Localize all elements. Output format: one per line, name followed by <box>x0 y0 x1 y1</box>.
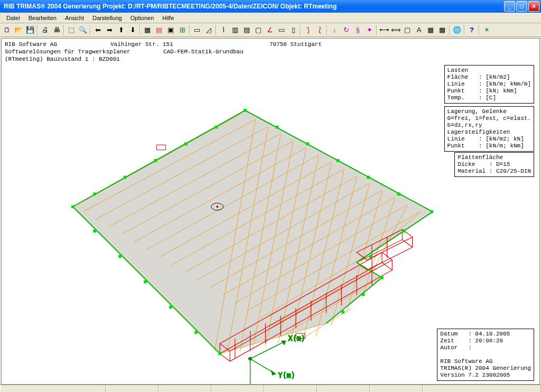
arrow-up-icon[interactable]: ⬆ <box>115 24 127 36</box>
view3d-icon[interactable]: ▦ <box>142 24 153 36</box>
close-button[interactable]: × <box>528 1 539 12</box>
arrow-left-icon[interactable]: ⬅ <box>92 24 104 36</box>
box-icon[interactable]: ▢ <box>253 24 264 36</box>
window-titlebar: RIB TRIMAS® 2004 Generierung Projekt: D:… <box>0 0 541 13</box>
print-icon[interactable]: 🖨 <box>39 24 51 36</box>
svg-rect-59 <box>337 159 340 162</box>
svg-rect-71 <box>144 280 147 283</box>
svg-rect-78 <box>369 255 372 258</box>
print-preview-icon[interactable]: 🖶 <box>51 24 62 36</box>
drawing-viewport[interactable]: RIB Software AG Vaihinger Str. 151 70756… <box>1 38 540 385</box>
axis-x-label: X(m) <box>288 334 305 342</box>
menu-datei[interactable]: Datei <box>2 14 24 22</box>
svg-rect-61 <box>397 192 400 195</box>
svg-rect-75 <box>341 311 344 314</box>
mesh-icon[interactable]: ⊞ <box>176 24 188 36</box>
box2-icon[interactable]: ▢ <box>402 24 413 36</box>
svg-rect-80 <box>156 145 165 150</box>
grid2-icon[interactable]: ▦ <box>425 24 436 36</box>
svg-rect-67 <box>93 192 96 195</box>
status-bar <box>0 385 541 392</box>
window-buttons: _ □ × <box>504 1 539 12</box>
svg-rect-56 <box>244 109 247 112</box>
status-cell <box>370 385 423 392</box>
menu-bearbeiten[interactable]: Bearbeiten <box>24 14 61 22</box>
zoom-icon[interactable]: 🔍 <box>77 24 89 36</box>
menu-hilfe[interactable]: Hilfe <box>158 14 178 22</box>
status-cell <box>423 385 541 392</box>
status-cell <box>264 385 317 392</box>
svg-rect-79 <box>402 229 405 232</box>
svg-rect-68 <box>71 205 74 208</box>
svg-rect-64 <box>184 142 188 145</box>
grid3-icon[interactable]: ▩ <box>436 24 448 36</box>
svg-marker-87 <box>272 371 276 375</box>
svg-rect-70 <box>118 255 122 258</box>
star-icon[interactable]: ✦ <box>363 24 375 36</box>
svg-rect-73 <box>194 331 198 334</box>
menu-ansicht[interactable]: Ansicht <box>61 14 88 22</box>
axis-y-label: Y(m) <box>278 371 295 379</box>
svg-rect-66 <box>124 176 127 179</box>
svg-rect-77 <box>380 276 384 279</box>
rotate-icon[interactable]: ↻ <box>340 24 352 36</box>
spiral-icon[interactable]: § <box>352 24 363 36</box>
status-cell <box>106 385 158 392</box>
status-cell <box>0 385 106 392</box>
status-cell <box>158 385 211 392</box>
grid-icon[interactable]: ▣ <box>165 24 176 36</box>
angle-icon[interactable]: ∠ <box>264 24 276 36</box>
toolbar: 🗋 📂 💾 🖨 🖶 ⬚ 🔍 ⬅ ➡ ⬆ ⬇ ▦ ▤ ▣ ⊞ ▭ ◿ ⌇ ▥ ▨ … <box>0 23 541 37</box>
col-icon[interactable]: ▯ <box>287 24 299 36</box>
layer2-icon[interactable]: ▥ <box>229 24 241 36</box>
tool-a-icon[interactable]: ▭ <box>191 24 203 36</box>
minimize-button[interactable]: _ <box>504 1 515 12</box>
svg-point-90 <box>249 357 252 360</box>
menu-optionen[interactable]: Optionen <box>126 14 158 22</box>
svg-rect-72 <box>169 305 172 309</box>
window-title: RIB TRIMAS® 2004 Generierung Projekt: D:… <box>2 3 337 10</box>
save-icon[interactable]: 💾 <box>24 24 36 36</box>
hatch-icon[interactable]: ▨ <box>241 24 253 36</box>
svg-rect-60 <box>367 176 370 179</box>
maximize-button[interactable]: □ <box>516 1 527 12</box>
menu-bar: Datei Bearbeiten Ansicht Darstellung Opt… <box>0 13 541 23</box>
text-icon[interactable]: A <box>413 24 425 36</box>
rect-icon[interactable]: ▭ <box>276 24 287 36</box>
red2-icon[interactable]: ⟅ <box>314 24 325 36</box>
dim-icon[interactable]: ⟷ <box>378 24 390 36</box>
svg-rect-58 <box>306 142 309 145</box>
link-icon[interactable]: ⌇ <box>218 24 229 36</box>
tool-b-icon[interactable]: ◿ <box>203 24 214 36</box>
svg-point-83 <box>216 206 218 208</box>
red1-icon[interactable]: ⟆ <box>302 24 314 36</box>
status-cell <box>317 385 370 392</box>
globe-icon[interactable]: 🌐 <box>451 24 463 36</box>
arrow-right-icon[interactable]: ➡ <box>104 24 115 36</box>
svg-marker-0 <box>73 110 433 354</box>
svg-rect-69 <box>93 229 96 232</box>
arrow-down-icon[interactable]: ⬇ <box>127 24 138 36</box>
status-cell <box>211 385 264 392</box>
svg-rect-62 <box>430 210 433 213</box>
new-icon[interactable]: 🗋 <box>1 24 13 36</box>
arrow-down2-icon[interactable]: ↓ <box>329 24 340 36</box>
svg-rect-63 <box>214 126 218 129</box>
svg-rect-74 <box>218 352 221 356</box>
svg-rect-76 <box>362 293 365 296</box>
menu-darstellung[interactable]: Darstellung <box>88 14 126 22</box>
model-canvas[interactable]: X(m) Y(m) Z(m) <box>2 60 539 384</box>
help-icon[interactable]: ? <box>466 24 478 36</box>
svg-rect-57 <box>276 126 279 129</box>
layers-icon[interactable]: ▤ <box>153 24 165 36</box>
open-icon[interactable]: 📂 <box>13 24 24 36</box>
leaf-icon[interactable]: ✶ <box>481 24 492 36</box>
svg-rect-65 <box>154 159 157 162</box>
select-icon[interactable]: ⬚ <box>66 24 77 36</box>
dim2-icon[interactable]: ⟺ <box>390 24 402 36</box>
